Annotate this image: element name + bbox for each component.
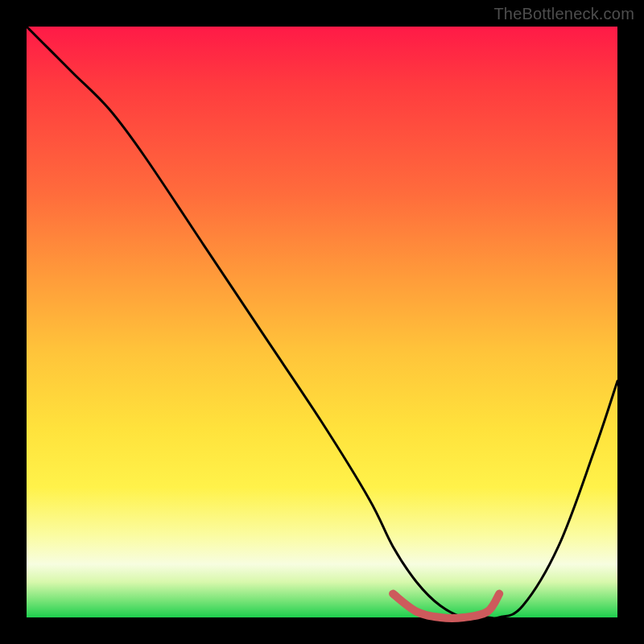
chart-frame: TheBottleneck.com <box>0 0 644 644</box>
bottleneck-curve <box>27 27 617 618</box>
optimal-band <box>393 594 499 618</box>
plot-area <box>27 27 617 617</box>
chart-svg <box>27 27 617 617</box>
watermark-label: TheBottleneck.com <box>493 5 634 23</box>
